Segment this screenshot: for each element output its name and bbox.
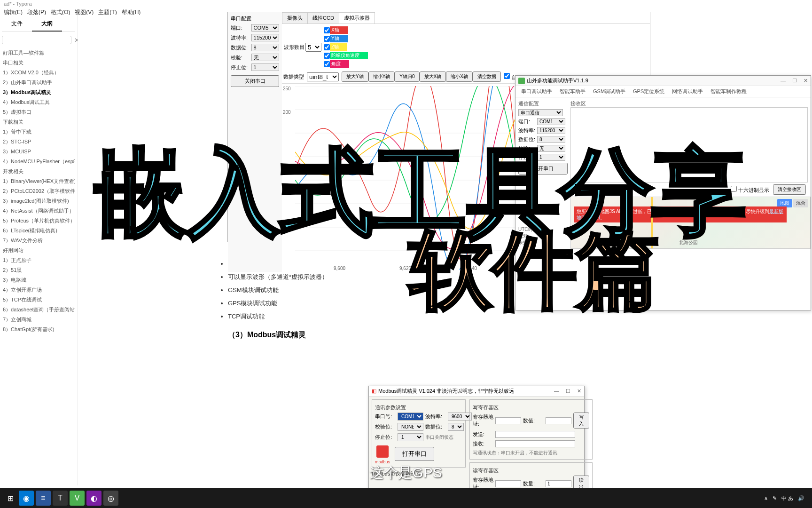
system-tray[interactable]: ∧✎中 あ🔊 — [764, 495, 809, 502]
outline-item[interactable]: 2）STC-ISP — [2, 137, 75, 147]
gps-tab-tutorial[interactable]: 智能车制作教程 — [707, 87, 750, 96]
search-input[interactable] — [2, 36, 71, 44]
overlay-title-2: 软件篇 — [409, 214, 660, 328]
outline-item[interactable]: 2）PCtoLCD2002（取字模软件） — [2, 186, 75, 196]
tab-files[interactable]: 文件 — [2, 17, 32, 32]
mb-recv[interactable] — [495, 440, 575, 447]
mb-port-select[interactable]: COM1 — [398, 413, 423, 421]
gps-tab-gsm[interactable]: GSM调试助手 — [589, 87, 629, 96]
mb-check-select[interactable]: NONE — [398, 423, 423, 431]
outline-item[interactable]: 1）BinaryViewer(HEX文件查看) — [2, 176, 75, 186]
outline-item[interactable]: 2）51黑 — [2, 265, 75, 275]
channel-toggle[interactable]: X轴 — [322, 26, 369, 34]
clear-recv-button[interactable]: 清空接收区 — [773, 184, 806, 195]
outline-item[interactable]: 5）TCP在线调试 — [2, 295, 75, 305]
subtitle-text: 这个是GPS — [370, 463, 442, 483]
channel-toggle[interactable]: 陀螺仪角速度 — [322, 51, 369, 60]
gps-tab-network[interactable]: 网络调试助手 — [668, 87, 707, 96]
taskbar-app-1[interactable]: ◉ — [19, 491, 34, 506]
outline-item[interactable]: 4）NodeMCU PyFlasher（esp8266下载器/配合arduino… — [2, 157, 75, 167]
mb-stop-select[interactable]: 1 — [398, 433, 423, 441]
sidebar: 文件 大纲 ✕ 好用工具—软件篇串口相关1）XCOM V2.0（经典）2）山外串… — [0, 15, 78, 485]
outline-item[interactable]: 4）Modbus调试工具 — [2, 97, 75, 107]
modbus-icon: ◧ — [372, 388, 376, 394]
section-heading: （3）Modbus调试精灵 — [228, 330, 812, 340]
outline-item[interactable]: 7）WAV文件分析 — [2, 236, 75, 246]
app-title: ad* - Typora — [0, 0, 812, 8]
gps-conn-select[interactable]: 串口通信 — [518, 109, 563, 116]
baud-select[interactable]: 115200 — [251, 34, 279, 41]
scope-button[interactable]: 放大X轴 — [420, 71, 446, 82]
tab-camera[interactable]: 摄像头 — [282, 12, 308, 24]
outline-item[interactable]: 5）虚拟串口 — [2, 107, 75, 117]
autotrack-checkbox — [504, 73, 510, 79]
mb-data-select[interactable]: 8 — [448, 423, 464, 431]
minimize-icon[interactable]: — — [554, 388, 559, 394]
outline-item[interactable]: 下载相关 — [2, 117, 75, 127]
outline-item[interactable]: 串口相关 — [2, 58, 75, 68]
outline-item[interactable]: 好用工具—软件篇 — [2, 48, 75, 58]
gps-tab-serial[interactable]: 串口调试助手 — [517, 87, 556, 96]
taskbar-app-3[interactable]: T — [53, 491, 68, 506]
outline-item[interactable]: 5）Proteus（单片机仿真软件） — [2, 216, 75, 226]
maximize-icon[interactable]: ☐ — [792, 78, 797, 84]
stopbits-select[interactable]: 1 — [251, 64, 279, 71]
outline-item[interactable]: 3）image2lcd(图片取模软件) — [2, 196, 75, 206]
mb-write-addr[interactable] — [495, 417, 521, 424]
mb-baud-select[interactable]: 9600 — [448, 413, 472, 421]
gps-port-select[interactable]: COM1 — [537, 118, 565, 125]
outline-item[interactable]: 3）Modbus调试精灵 — [2, 87, 75, 97]
wave-num-select[interactable]: 5 — [305, 43, 321, 52]
gps-tab-smartcar[interactable]: 智能车助手 — [556, 87, 589, 96]
channel-toggle[interactable]: Y轴 — [322, 34, 369, 43]
outline-item[interactable]: 8）ChatGpt(所有需求) — [2, 325, 75, 334]
outline-item[interactable]: 开发相关 — [2, 167, 75, 176]
outline-item[interactable]: 4）立创开源广场 — [2, 285, 75, 295]
outline-item[interactable]: 2）山外串口调试助手 — [2, 78, 75, 87]
mb-read-qty[interactable] — [546, 480, 571, 487]
maximize-icon[interactable]: ☐ — [566, 388, 570, 394]
mb-write-val[interactable] — [546, 417, 571, 424]
app-icon — [518, 78, 525, 84]
parity-select[interactable]: 无 — [251, 54, 279, 61]
outline-item[interactable]: 4）NetAssist（网络调试助手） — [2, 206, 75, 216]
outline-item[interactable]: 3）电路城 — [2, 275, 75, 285]
outline-item[interactable]: 6）datasheet查询（手册查阅站） — [2, 305, 75, 315]
channel-toggle[interactable]: Z轴 — [322, 43, 369, 51]
tab-scope[interactable]: 虚拟示波器 — [339, 12, 375, 24]
tab-outline[interactable]: 大纲 — [32, 17, 62, 32]
taskbar-app-6[interactable]: ◎ — [103, 491, 118, 506]
minimize-icon[interactable]: — — [781, 78, 786, 84]
outline-item[interactable]: 1）正点原子 — [2, 255, 75, 265]
taskbar-app-5[interactable]: ◐ — [86, 491, 102, 506]
scope-button[interactable]: 放大Y轴 — [342, 71, 368, 82]
gps-tab-gps[interactable]: GPS定位系统 — [629, 87, 668, 96]
mb-send[interactable] — [495, 431, 575, 438]
scope-button[interactable]: 缩小Y轴 — [368, 71, 395, 82]
scope-button[interactable]: 清空数据 — [473, 71, 501, 82]
close-icon[interactable]: ✕ — [804, 78, 808, 84]
start-button[interactable]: ⊞ — [3, 491, 18, 506]
datatype-select[interactable]: uint8_t — [307, 72, 339, 81]
port-select[interactable]: COM5 — [251, 24, 279, 32]
tab-ccd[interactable]: 线性CCD — [307, 12, 339, 24]
close-port-button[interactable]: 关闭串口 — [231, 75, 279, 87]
channel-toggle[interactable]: 角度 — [322, 60, 369, 68]
mix-mode-button[interactable]: 混合 — [793, 199, 808, 207]
outline-item[interactable]: 3）MCUISP — [2, 147, 75, 157]
taskbar-app-2[interactable]: ≡ — [36, 491, 51, 506]
close-icon[interactable]: ✕ — [577, 388, 581, 394]
outline-item[interactable]: 1）普中下载 — [2, 127, 75, 137]
outline-item[interactable]: 6）LTspice(模拟电仿真) — [2, 226, 75, 236]
scope-button[interactable]: Y轴归0 — [395, 71, 419, 82]
mb-write-button[interactable]: 写入 — [573, 413, 589, 429]
mb-open-button[interactable]: 打开串口 — [395, 447, 434, 461]
outline-item[interactable]: 好用网站 — [2, 246, 75, 255]
mb-read-addr[interactable] — [495, 480, 521, 487]
outline-item[interactable]: 1）XCOM V2.0（经典） — [2, 68, 75, 78]
taskbar-app-4[interactable]: V — [70, 491, 85, 506]
scope-button[interactable]: 缩小X轴 — [446, 71, 473, 82]
outline-item[interactable]: 7）立创商城 — [2, 315, 75, 325]
databits-select[interactable]: 8 — [251, 44, 279, 51]
taskbar[interactable]: ⊞ ◉ ≡ T V ◐ ◎ ∧✎中 あ🔊 — [0, 488, 812, 508]
